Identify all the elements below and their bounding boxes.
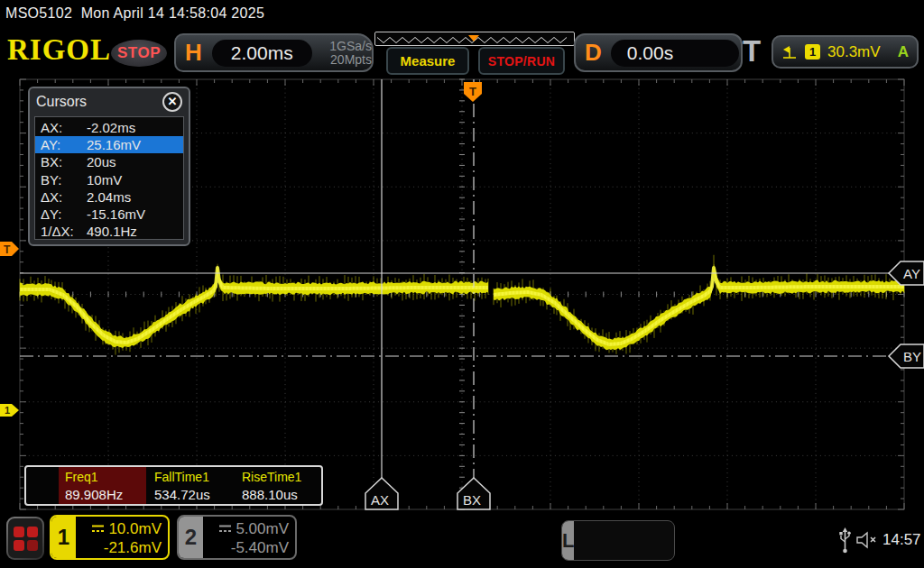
cursors-panel[interactable]: Cursors ✕ AX:-2.02msAY:25.16mVBX:20usBY:… (28, 87, 190, 246)
memory-depth: 20Mpts (318, 53, 372, 67)
measurement-item[interactable]: RiseTime1888.10us (236, 467, 325, 504)
cursor-readout-value: -2.02ms (87, 119, 135, 136)
memory-waveform-icon (375, 34, 572, 45)
cursor-by-marker[interactable]: BY (889, 344, 924, 368)
cursor-readout-row[interactable]: 1/ΔX:490.1Hz (35, 223, 183, 240)
cursors-panel-title: Cursors (36, 94, 87, 110)
rigol-logo: RIGOL (7, 33, 111, 67)
trigger-level-value: 30.3mV (827, 43, 881, 61)
channel1-offset-marker[interactable]: 1 (0, 404, 19, 417)
dc-coupling-icon (218, 524, 232, 534)
channel-offset: -5.40mV (203, 538, 289, 557)
svg-text:AX: AX (371, 492, 389, 508)
measure-button[interactable]: Measure (386, 47, 469, 75)
channel2-box[interactable]: 25.00mV-5.40mV (177, 515, 297, 560)
cursor-readout-label: ΔX: (41, 188, 87, 206)
logic-analyzer-label: L (562, 521, 574, 560)
cursor-ax-marker[interactable]: AX (365, 478, 398, 509)
status-bar: MSO5102 Mon April 14 14:58:04 2025 (5, 5, 264, 22)
clock: 14:57 (882, 531, 921, 549)
digital-channels-row1: 0 1 2 3 4 5 6 7 (574, 557, 675, 561)
cursor-readout-row[interactable]: AY:25.16mV (35, 136, 183, 153)
cursor-readout-row[interactable]: BX:20us (35, 153, 183, 170)
trigger-source-badge: 1 (805, 44, 820, 60)
channel1-box[interactable]: 110.0mV-21.6mV (50, 515, 170, 560)
trigger-label: T (743, 34, 761, 69)
channel-number-tab: 1 (51, 517, 76, 558)
channel-readout: 5.00mV-5.40mV (203, 517, 295, 558)
cursor-bx-marker[interactable]: BX (457, 478, 490, 509)
dc-coupling-icon (91, 524, 105, 534)
cursor-readout-label: 1/ΔX: (41, 223, 87, 240)
svg-text:BY: BY (903, 349, 921, 364)
measurement-item[interactable]: Freq189.908Hz (59, 467, 146, 504)
measurement-value: 888.10us (242, 487, 325, 502)
trigger-mode: A (898, 43, 909, 61)
cursor-readout-label: BY: (41, 171, 87, 188)
cursors-panel-header[interactable]: Cursors ✕ (30, 88, 189, 115)
digital-channel-numbers: 0 1 2 3 4 5 6 7 8 9 1011 12131415 (574, 521, 675, 560)
measurement-label: FallTime1 (154, 470, 234, 484)
oscilloscope-screen: AXBXAYBYT1T MSO5102 Mon April 14 14:58:0… (0, 0, 924, 568)
acquisition-status-badge: STOP (111, 40, 167, 67)
cursor-readout-value: 490.1Hz (87, 223, 137, 240)
channel-scale: 5.00mV (236, 519, 289, 538)
cursor-readout-value: -15.16mV (87, 206, 145, 223)
trigger-position-marker[interactable]: T (464, 82, 482, 102)
svg-text:AY: AY (903, 266, 920, 281)
cursor-readout-row[interactable]: AX:-2.02ms (35, 119, 183, 136)
trigger-settings-box[interactable]: 1 30.3mV A (772, 35, 919, 69)
measurement-value: 534.72us (154, 487, 234, 502)
channel-readout: 10.0mV-21.6mV (76, 517, 168, 558)
close-icon[interactable]: ✕ (162, 92, 182, 112)
channel-offset: -21.6mV (76, 538, 162, 557)
cursor-readout-label: AY: (41, 136, 87, 153)
logic-analyzer-box[interactable]: L 0 1 2 3 4 5 6 7 8 9 1011 12131415 (561, 520, 675, 561)
svg-text:BX: BX (463, 492, 481, 508)
cursor-readout-label: AX: (41, 119, 87, 136)
usb-icon (838, 527, 853, 554)
cursor-readout-row[interactable]: BY:10mV (35, 171, 183, 188)
menu-grid-icon (8, 518, 42, 558)
channel-number-tab: 2 (179, 517, 203, 558)
cursor-readout-value: 2.04ms (87, 188, 131, 206)
cursors-readout-list: AX:-2.02msAY:25.16mVBX:20usBY:10mVΔX:2.0… (34, 116, 184, 240)
cursor-readout-value: 10mV (87, 171, 122, 188)
svg-text:T: T (469, 85, 476, 98)
horizontal-settings-box[interactable]: H 2.00ms 1GSa/s 20Mpts (174, 33, 374, 72)
timebase-value: 2.00ms (212, 40, 312, 67)
delay-settings-box[interactable]: D 0.00s (574, 33, 743, 72)
cursor-readout-row[interactable]: ΔY:-15.16mV (35, 206, 183, 223)
measurement-label: RiseTime1 (242, 470, 325, 484)
trigger-slope-icon (781, 45, 798, 60)
sample-rate: 1GSa/s (318, 40, 372, 53)
measurement-item[interactable]: FallTime1534.72us (148, 467, 234, 504)
delay-label: D (585, 39, 602, 67)
speaker-muted-icon[interactable] (855, 531, 881, 549)
channel-scale: 10.0mV (108, 519, 162, 538)
acquisition-info: 1GSa/s 20Mpts (318, 40, 372, 67)
cursor-readout-label: ΔY: (41, 206, 87, 223)
measurements-panel[interactable]: Freq189.908HzFallTime1534.72usRiseTime18… (24, 465, 323, 506)
measurement-value: 89.908Hz (65, 487, 146, 502)
cursor-readout-value: 25.16mV (87, 136, 141, 153)
delay-value: 0.00s (611, 40, 739, 67)
cursor-readout-label: BX: (41, 153, 87, 170)
quick-menu-button[interactable] (6, 517, 44, 560)
cursor-readout-row[interactable]: ΔX:2.04ms (35, 188, 183, 206)
stop-run-button[interactable]: STOP/RUN (478, 47, 565, 75)
horizontal-label: H (185, 39, 202, 67)
memory-position-bar (374, 32, 575, 46)
svg-text:T: T (4, 243, 11, 256)
cursor-readout-value: 20us (87, 153, 116, 170)
trigger-level-marker[interactable]: T (0, 242, 19, 256)
measurement-label: Freq1 (65, 470, 146, 484)
svg-text:1: 1 (5, 405, 10, 416)
